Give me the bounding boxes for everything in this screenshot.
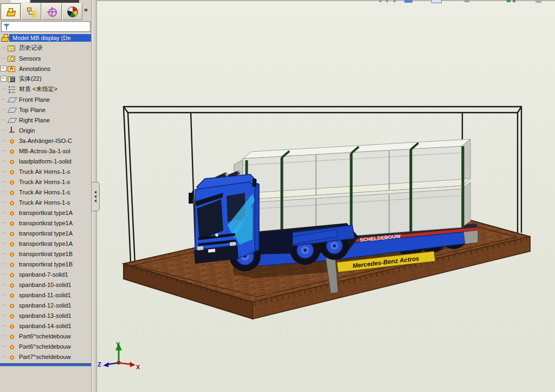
toolbar-fragment xyxy=(386,0,388,2)
tree-connector xyxy=(2,233,5,233)
tree-item[interactable]: Truck Air Horns-1-s xyxy=(0,166,91,177)
tree-item[interactable]: Model MB display (De xyxy=(0,32,91,43)
expand-plus-icon[interactable]: + xyxy=(1,66,7,71)
body-icon xyxy=(8,250,16,258)
tree-item-label: transportkrat type1A xyxy=(17,240,74,247)
tree-item[interactable]: spanband-14-solid1 xyxy=(0,321,91,331)
panel-tab-property-manager[interactable] xyxy=(21,3,41,20)
tree-item[interactable]: spanband-12-solid1 xyxy=(0,300,91,310)
tree-item-label: Truck Air Horns-1-s xyxy=(17,168,72,175)
body-icon xyxy=(8,136,16,145)
tree-item[interactable]: spanband-7-solid1 xyxy=(0,269,91,279)
tree-item[interactable]: spanband-10-solid1 xyxy=(0,279,91,290)
rollback-bar[interactable] xyxy=(0,363,91,367)
tree-connector xyxy=(2,336,5,336)
panel-overflow-chevron[interactable]: » xyxy=(84,5,88,14)
tree-connector xyxy=(2,48,5,48)
tree-item[interactable]: 材质 <未指定> xyxy=(0,84,91,94)
tree-item[interactable]: Truck Air Horns-1-s xyxy=(0,197,91,207)
tree-item[interactable]: Sensors xyxy=(0,53,91,63)
tree-item-label: 实体(22) xyxy=(17,74,43,83)
tree-item-label: spanband-13-solid1 xyxy=(17,312,73,319)
tree-item-label: spanband-7-solid1 xyxy=(17,271,70,278)
tree-item-label: Origin xyxy=(17,127,36,134)
tree-item-label: Truck Air Horns-1-s xyxy=(17,199,72,206)
body-icon xyxy=(8,147,16,155)
body-icon xyxy=(8,208,16,217)
tree-item-label: Part6^scheldebouw xyxy=(17,343,73,350)
tree-connector xyxy=(2,305,5,305)
tree-connector xyxy=(2,223,5,223)
plane-icon xyxy=(8,106,16,114)
tree-item[interactable]: transportkrat type1B xyxy=(0,249,91,259)
filter-funnel-icon xyxy=(3,23,10,30)
tree-item-label: spanband-10-solid1 xyxy=(17,281,73,289)
tree-item[interactable]: Part6^scheldebouw xyxy=(0,331,91,341)
tree-item-label: transportkrat type1B xyxy=(17,260,74,268)
tree-item[interactable]: Origin xyxy=(0,125,91,135)
tree-item[interactable]: transportkrat type1A xyxy=(0,238,91,249)
body-icon xyxy=(8,157,16,165)
tree-connector xyxy=(2,284,5,285)
toolbar-fragment xyxy=(393,0,396,2)
tree-connector xyxy=(2,109,5,110)
material-icon xyxy=(8,85,16,93)
tree-item[interactable]: Part7^scheldebouw xyxy=(0,351,91,362)
tree-item[interactable]: +实体(22) xyxy=(0,74,91,84)
toolbar-fragment xyxy=(513,0,515,2)
tree-connector xyxy=(2,89,5,89)
panel-tab-display-manager[interactable] xyxy=(62,3,82,20)
tree-item[interactable]: transportkrat type1A xyxy=(0,207,91,218)
tree-item[interactable]: laadplatform-1-solid xyxy=(0,156,91,166)
tree-item[interactable]: Truck Air Horns-1-s xyxy=(0,177,91,187)
body-icon xyxy=(8,332,16,340)
tree-item[interactable]: Truck Air Horns-1-s xyxy=(0,187,91,197)
toolbar-fragment xyxy=(464,0,469,2)
body-icon xyxy=(8,178,16,186)
tree-item[interactable]: MB-Actros-3a-1-sol xyxy=(0,146,91,156)
tree-item-label: spanband-11-solid1 xyxy=(17,291,73,299)
tree-item[interactable]: +Annotations xyxy=(0,63,91,74)
expand-plus-icon[interactable]: + xyxy=(1,76,7,82)
tree-connector xyxy=(2,58,5,58)
tree-item[interactable]: transportkrat type1A xyxy=(0,228,91,238)
tree-item[interactable]: 历史记录 xyxy=(0,43,91,53)
tree-item[interactable]: Top Plane xyxy=(0,104,91,115)
solids-icon xyxy=(8,75,16,83)
tree-connector xyxy=(2,264,5,264)
tree-item-label: Part7^scheldebouw xyxy=(17,353,73,361)
tree-connector xyxy=(2,99,5,100)
tree-item-label: transportkrat type1A xyxy=(17,219,74,227)
tree-connector xyxy=(2,171,5,172)
tree-item-label: 材质 <未指定> xyxy=(17,84,59,94)
collapse-arrow-icon xyxy=(94,191,96,194)
tree-connector xyxy=(2,151,5,151)
tree-connector xyxy=(2,295,5,295)
body-icon xyxy=(8,322,16,330)
tree-connector xyxy=(2,140,5,141)
tree-item-label: Model MB display (De xyxy=(11,34,73,42)
toolbar-fragment xyxy=(431,0,442,3)
toolbar-fragment xyxy=(11,0,29,3)
tree-item[interactable]: Front Plane xyxy=(0,94,91,104)
tree-item[interactable]: transportkrat type1A xyxy=(0,218,91,228)
tree-item-label: 3a-Anhänger-ISO-C xyxy=(17,137,74,145)
panel-flyout-handle[interactable] xyxy=(92,182,100,211)
tree-item[interactable]: Right Plane xyxy=(0,115,91,125)
tree-connector xyxy=(2,243,5,244)
filter-bar[interactable] xyxy=(1,21,91,32)
tree-item-label: spanband-12-solid1 xyxy=(17,302,73,309)
tree-filter-input[interactable] xyxy=(10,22,90,31)
toolbar-fragment xyxy=(535,0,541,3)
tree-item[interactable]: spanband-13-solid1 xyxy=(0,310,91,321)
tree-item[interactable]: 3a-Anhänger-ISO-C xyxy=(0,135,91,146)
panel-tab-featuremanager-tree[interactable] xyxy=(1,3,21,20)
tree-item-label: transportkrat type1B xyxy=(17,250,74,258)
tree-item[interactable]: spanband-11-solid1 xyxy=(0,290,91,300)
tree-item-label: Part6^scheldebouw xyxy=(17,332,73,340)
panel-tab-configuration-manager[interactable] xyxy=(42,3,62,20)
display-manager-icon xyxy=(67,6,78,17)
tree-item[interactable]: Part6^scheldebouw xyxy=(0,341,91,351)
tree-item[interactable]: transportkrat type1B xyxy=(0,259,91,269)
body-icon xyxy=(8,270,16,278)
